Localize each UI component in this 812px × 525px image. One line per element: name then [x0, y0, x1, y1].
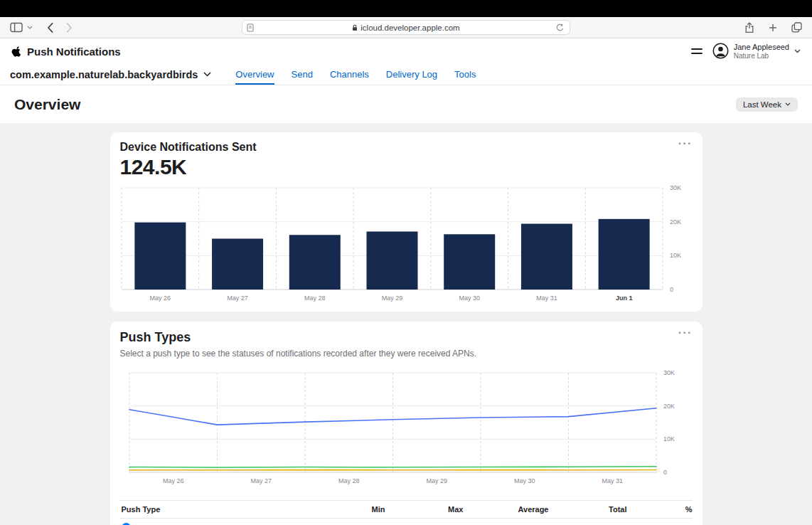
tab-overview-icon[interactable] — [790, 21, 803, 34]
bundle-id: com.example.naturelab.backyardbirds — [10, 69, 198, 80]
col-percent: % — [627, 505, 693, 514]
svg-text:May 26: May 26 — [162, 477, 183, 484]
browser-toolbar: icloud.developer.apple.com — [0, 17, 812, 38]
forward-button[interactable] — [65, 21, 74, 34]
reload-icon[interactable] — [555, 22, 565, 33]
sidebar-chevron-down-icon[interactable] — [26, 24, 34, 31]
svg-text:May 30: May 30 — [513, 477, 535, 484]
tab-send[interactable]: Send — [292, 64, 313, 85]
card-title: Push Types — [120, 330, 693, 345]
bar-chart: 010K20K30KMay 26May 27May 28May 29May 30… — [120, 185, 693, 304]
svg-text:May 31: May 31 — [536, 295, 557, 302]
tab-channels[interactable]: Channels — [330, 64, 369, 85]
tab-bar: Overview Send Channels Delivery Log Tool… — [235, 64, 476, 85]
page-settings-icon[interactable] — [247, 23, 254, 32]
app-title: Push Notifications — [27, 46, 121, 58]
date-range-label: Last Week — [743, 100, 781, 109]
svg-text:20K: 20K — [670, 218, 681, 226]
menu-icon[interactable] — [691, 48, 703, 54]
col-push-type: Push Type — [120, 505, 307, 514]
svg-text:0: 0 — [663, 469, 667, 476]
user-chevron-down-icon — [794, 49, 801, 53]
card-menu-ellipsis-icon[interactable]: ··· — [678, 326, 693, 340]
bundle-chevron-down-icon — [203, 72, 211, 77]
card-menu-ellipsis-icon[interactable]: ··· — [678, 137, 693, 151]
push-types-card: ··· Push Types Select a push type to see… — [110, 322, 703, 525]
svg-text:0: 0 — [670, 286, 673, 293]
svg-text:May 29: May 29 — [426, 477, 447, 484]
date-range-button[interactable]: Last Week — [736, 97, 798, 112]
table-row[interactable]: Alert & Background 14.33K 19.36K 16.72K … — [120, 519, 693, 525]
svg-text:May 28: May 28 — [304, 295, 326, 302]
range-chevron-down-icon — [785, 102, 791, 106]
app-header: Push Notifications Jane Appleseed Nature… — [0, 38, 812, 64]
url-text: icloud.developer.apple.com — [360, 23, 459, 32]
sidebar-toggle-button[interactable] — [9, 21, 24, 34]
svg-text:10K: 10K — [670, 252, 681, 259]
notifications-total: 124.5K — [120, 155, 693, 179]
address-bar[interactable]: icloud.developer.apple.com — [242, 20, 570, 35]
macos-menubar — [0, 0, 812, 17]
col-total: Total — [549, 505, 627, 514]
svg-text:May 31: May 31 — [602, 477, 623, 484]
page-head: Overview Last Week — [0, 85, 812, 123]
new-tab-icon[interactable] — [767, 22, 779, 33]
bundle-id-dropdown[interactable]: com.example.naturelab.backyardbirds — [10, 69, 211, 80]
push-types-table: Push Type Min Max Average Total % Alert … — [120, 500, 693, 525]
line-chart: 010K20K30KMay 26May 27May 28May 29May 30… — [120, 370, 693, 487]
svg-text:20K: 20K — [663, 403, 675, 410]
svg-text:10K: 10K — [663, 435, 675, 442]
col-max: Max — [385, 505, 464, 514]
svg-text:30K: 30K — [663, 370, 675, 376]
svg-text:May 26: May 26 — [149, 295, 171, 302]
col-min: Min — [307, 505, 385, 514]
user-name: Jane Appleseed — [734, 43, 789, 52]
tab-tools[interactable]: Tools — [454, 64, 476, 85]
svg-text:Jun 1: Jun 1 — [615, 295, 632, 302]
back-button[interactable] — [46, 21, 55, 34]
svg-text:May 27: May 27 — [227, 295, 248, 302]
user-menu[interactable]: Jane Appleseed Nature Lab — [712, 43, 801, 60]
share-icon[interactable] — [743, 21, 756, 35]
svg-text:30K: 30K — [670, 185, 681, 191]
device-notifications-card: ··· Device Notifications Sent 124.5K 010… — [110, 132, 703, 312]
tab-overview[interactable]: Overview — [235, 64, 274, 85]
app-nav: com.example.naturelab.backyardbirds Over… — [0, 64, 812, 85]
svg-text:May 29: May 29 — [381, 295, 402, 302]
tab-delivery-log[interactable]: Delivery Log — [386, 64, 437, 85]
lock-icon — [352, 24, 358, 31]
user-org: Nature Lab — [734, 52, 789, 60]
page-content: ··· Device Notifications Sent 124.5K 010… — [0, 123, 812, 525]
svg-text:May 28: May 28 — [338, 477, 359, 484]
card-title: Device Notifications Sent — [120, 141, 693, 154]
col-average: Average — [464, 505, 549, 514]
avatar-icon — [712, 43, 729, 59]
svg-text:May 27: May 27 — [250, 477, 272, 484]
page-title: Overview — [14, 96, 80, 113]
apple-logo-icon — [11, 46, 22, 58]
card-subtitle: Select a push type to see the statuses o… — [120, 349, 693, 359]
svg-text:May 30: May 30 — [459, 295, 480, 302]
table-header-row: Push Type Min Max Average Total % — [120, 500, 693, 519]
